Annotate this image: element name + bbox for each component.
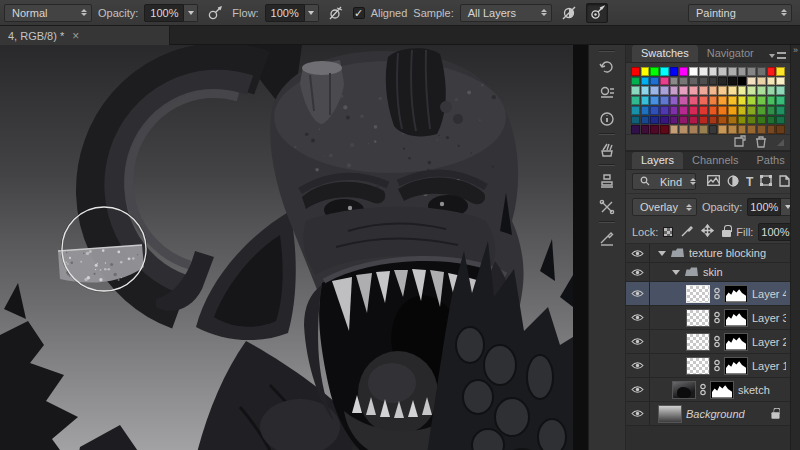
delete-swatch-icon[interactable] — [755, 135, 767, 150]
swatch[interactable] — [776, 67, 785, 76]
swatch[interactable] — [718, 96, 727, 105]
mixer-panel-icon[interactable] — [590, 80, 624, 106]
swatch[interactable] — [738, 116, 747, 125]
swatch[interactable] — [699, 125, 708, 134]
swatch[interactable] — [767, 116, 776, 125]
swatch[interactable] — [650, 67, 659, 76]
swatch[interactable] — [670, 125, 679, 134]
tool-presets-panel-icon[interactable] — [590, 194, 624, 220]
layer-thumbnail[interactable] — [686, 357, 710, 375]
swatch[interactable] — [709, 77, 718, 86]
dock-grip[interactable] — [599, 50, 615, 52]
flow-field[interactable]: 100% — [265, 4, 319, 22]
dock-grip[interactable] — [599, 133, 615, 135]
layer-row[interactable]: Layer 2 — [626, 330, 790, 354]
swatch[interactable] — [757, 96, 766, 105]
swatch[interactable] — [689, 86, 698, 95]
swatch[interactable] — [776, 106, 785, 115]
swatch[interactable] — [728, 86, 737, 95]
swatch[interactable] — [699, 67, 708, 76]
swatch[interactable] — [670, 106, 679, 115]
panel-resize-grip[interactable] — [777, 139, 784, 146]
swatch[interactable] — [699, 116, 708, 125]
tab-paths[interactable]: Paths — [748, 152, 794, 169]
swatch[interactable] — [660, 86, 669, 95]
swatch[interactable] — [689, 96, 698, 105]
tab-swatches[interactable]: Swatches — [632, 45, 698, 62]
swatch[interactable] — [747, 106, 756, 115]
swatch[interactable] — [679, 125, 688, 134]
layer-name[interactable]: Layer 3 — [752, 312, 786, 324]
swatch[interactable] — [747, 96, 756, 105]
mask-link-icon[interactable] — [714, 359, 720, 372]
tab-layers[interactable]: Layers — [632, 152, 683, 169]
swatch[interactable] — [699, 77, 708, 86]
layer-group-row[interactable]: skin — [626, 263, 790, 282]
swatch[interactable] — [738, 86, 747, 95]
airbrush-toggle-icon[interactable] — [586, 3, 608, 23]
visibility-toggle[interactable] — [626, 282, 650, 305]
swatch[interactable] — [660, 67, 669, 76]
swatch[interactable] — [718, 67, 727, 76]
swatch[interactable] — [767, 86, 776, 95]
swatch[interactable] — [631, 116, 640, 125]
swatch[interactable] — [650, 96, 659, 105]
swatch[interactable] — [776, 116, 785, 125]
swatch[interactable] — [660, 116, 669, 125]
background-layer-row[interactable]: Background — [626, 402, 790, 426]
layer-thumbnail[interactable] — [672, 381, 696, 399]
dock-grip[interactable] — [599, 221, 615, 223]
swatch[interactable] — [757, 77, 766, 86]
swatch[interactable] — [679, 96, 688, 105]
swatch[interactable] — [728, 77, 737, 86]
swatch[interactable] — [699, 106, 708, 115]
swatch[interactable] — [679, 77, 688, 86]
swatch[interactable] — [728, 116, 737, 125]
fill-value[interactable]: 100% — [758, 223, 792, 241]
flow-pressure-icon[interactable] — [325, 3, 347, 23]
adjustment-filter-icon[interactable] — [727, 175, 739, 189]
swatch[interactable] — [631, 96, 640, 105]
canvas-area[interactable] — [0, 45, 588, 450]
blend-mode-select[interactable]: Normal — [4, 4, 92, 22]
kind-filter-select[interactable]: Kind — [632, 173, 696, 190]
type-filter-icon[interactable]: T — [746, 175, 753, 189]
layer-mask-thumbnail[interactable] — [710, 381, 734, 399]
mask-link-icon[interactable] — [714, 335, 720, 348]
brush-presets-panel-icon[interactable] — [590, 137, 624, 163]
swatch[interactable] — [776, 125, 785, 134]
clone-source-panel-icon[interactable] — [590, 168, 624, 194]
swatch[interactable] — [631, 106, 640, 115]
swatch[interactable] — [767, 77, 776, 86]
swatch[interactable] — [689, 106, 698, 115]
swatch[interactable] — [679, 86, 688, 95]
pressure-opacity-icon[interactable] — [204, 3, 226, 23]
mask-link-icon[interactable] — [714, 287, 720, 300]
swatch[interactable] — [679, 67, 688, 76]
swatch[interactable] — [738, 77, 747, 86]
swatch[interactable] — [641, 96, 650, 105]
expand-triangle-icon[interactable] — [672, 270, 680, 275]
layer-group-row[interactable]: texture blocking — [626, 244, 790, 263]
swatch[interactable] — [699, 86, 708, 95]
swatch[interactable] — [757, 106, 766, 115]
visibility-toggle[interactable] — [626, 378, 650, 401]
swatch[interactable] — [650, 77, 659, 86]
swatch[interactable] — [718, 116, 727, 125]
swatch[interactable] — [738, 106, 747, 115]
layer-mask-thumbnail[interactable] — [724, 309, 748, 327]
swatch[interactable] — [728, 96, 737, 105]
opacity-field[interactable]: 100% — [144, 4, 198, 22]
swatch[interactable] — [767, 67, 776, 76]
panel-menu-icon[interactable] — [769, 52, 786, 62]
swatch[interactable] — [660, 77, 669, 86]
swatch[interactable] — [767, 96, 776, 105]
layer-row[interactable]: sketch — [626, 378, 790, 402]
swatch[interactable] — [689, 67, 698, 76]
collapse-panels-icon[interactable]: » — [793, 45, 798, 55]
swatch[interactable] — [728, 125, 737, 134]
visibility-toggle[interactable] — [626, 306, 650, 329]
flow-dropdown-arrow[interactable] — [305, 4, 319, 22]
swatch[interactable] — [767, 106, 776, 115]
swatch[interactable] — [747, 67, 756, 76]
